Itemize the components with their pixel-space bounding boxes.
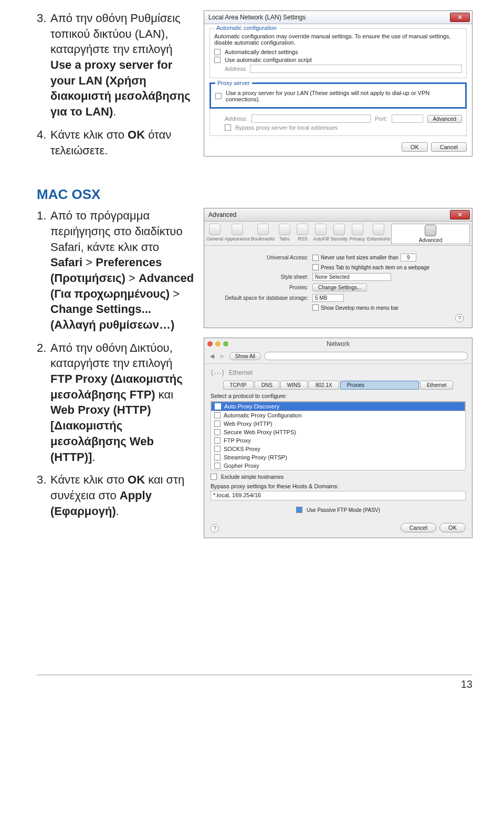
tab-tcpip[interactable]: TCP/IP [223,381,254,390]
protocol-list: Auto Proxy Discovery Automatic Proxy Con… [211,401,466,470]
stylesheet-label: Style sheet: [213,274,312,280]
tab-ethernet[interactable]: Ethernet [420,381,454,390]
proto-web-http[interactable]: Web Proxy (HTTP) [211,419,465,428]
proxy-advanced-button[interactable]: Advanced [427,115,462,123]
proto-auto-config[interactable]: Automatic Proxy Configuration [211,411,465,419]
traffic-close-icon[interactable] [207,341,213,347]
macosx-heading: MAC OSX [37,186,472,203]
network-ok-button[interactable]: OK [439,523,466,532]
pasv-label: Use Passive FTP Mode (PASV) [307,507,380,513]
close-button[interactable]: ✕ [450,13,470,22]
safari-advanced-dialog: Advanced ✕ General Appearance Bookmarks … [204,208,472,328]
auto-detect-checkbox[interactable] [214,49,220,55]
stylesheet-select[interactable]: None Selected [312,273,391,281]
change-settings-button[interactable]: Change Settings... [312,284,367,291]
ethernet-label: Ethernet [229,369,253,376]
instructions-top: 3. Από την οθόνη Ρυθμίσεις τοπικού δικτύ… [37,11,194,165]
step3-number: 3. [37,11,50,120]
autoconf-legend: Automatic configuration [214,25,279,31]
network-dialog: Network ◄ ► Show All ⟨⋯⟩Ethernet TCP/IP … [204,338,472,538]
develop-menu-label: Show Develop menu in menu bar [321,305,398,311]
autoconf-address-input[interactable] [250,65,462,73]
traffic-zoom-icon[interactable] [223,341,228,347]
bypass-hosts-label: Bypass proxy settings for these Hosts & … [211,483,466,489]
lan-title: Local Area Network (LAN) Settings [208,14,306,21]
proxy-port-input[interactable] [392,114,423,123]
m2-number: 2. [37,340,50,465]
nav-back-icon[interactable]: ◄ [208,352,216,360]
proxy-address-label: Address: [225,116,247,122]
lan-cancel-button[interactable]: Cancel [431,142,467,152]
nav-fwd-icon[interactable]: ► [219,352,226,360]
pref-tab-extensions[interactable]: Extensions [367,224,390,244]
show-all-button[interactable]: Show All [229,352,261,360]
pref-tab-general[interactable]: General [206,224,224,244]
bypass-hosts-input[interactable]: *.local, 169.254/16 [211,491,466,500]
ua-font-checkbox[interactable] [312,255,319,261]
auto-script-checkbox[interactable] [214,57,220,63]
protocol-label: Select a protocol to configure: [211,393,466,399]
lan-settings-dialog: Local Area Network (LAN) Settings ✕ Auto… [204,11,472,156]
network-cancel-button[interactable]: Cancel [401,523,436,532]
step3-text-b: . [113,105,116,118]
tab-8021x[interactable]: 802.1X [309,381,339,390]
proto-gopher[interactable]: Gopher Proxy [211,462,465,470]
db-label: Default space for database storage: [213,295,312,301]
ua-font-size[interactable]: 9 [401,254,416,261]
pasv-checkbox[interactable] [296,507,302,513]
pref-tab-bookmarks[interactable]: Bookmarks [251,224,275,244]
pref-tab-tabs[interactable]: Tabs [276,224,293,244]
tab-wins[interactable]: WINS [280,381,308,390]
press-tab-checkbox[interactable] [312,264,319,270]
use-proxy-checkbox[interactable] [215,93,222,99]
proto-rtsp[interactable]: Streaming Proxy (RTSP) [211,453,465,462]
m1-e: > [173,287,180,300]
safari-pref-toolbar: General Appearance Bookmarks Tabs RSS Au… [204,222,472,246]
traffic-min-icon[interactable] [215,341,220,347]
tab-proxies[interactable]: Proxies [340,381,419,390]
pref-tab-autofill[interactable]: AutoFill [312,224,330,244]
ua-font-label: Never use font sizes smaller than [321,255,398,260]
proto-https[interactable]: Secure Web Proxy (HTTPS) [211,428,465,436]
ethernet-icon: ⟨⋯⟩ [211,368,225,377]
tab-dns[interactable]: DNS [255,381,279,390]
m2-b2: Web Proxy (HTTP) [Διακομιστής μεσολάβηση… [50,403,154,463]
bypass-local-checkbox[interactable] [225,124,231,131]
exclude-simple-checkbox[interactable] [211,474,217,480]
m3-d: . [116,505,119,518]
safari-close-button[interactable]: ✕ [450,210,470,219]
auto-script-label: Use automatic configuration script [225,57,312,63]
proxy-legend: Proxy server [215,80,252,86]
pref-tab-appearance[interactable]: Appearance [225,224,250,244]
help-icon[interactable]: ? [455,314,464,322]
m3-number: 3. [37,472,50,519]
network-help-icon[interactable]: ? [211,524,219,532]
pref-tab-advanced[interactable]: Advanced [391,224,470,244]
lan-ok-button[interactable]: OK [402,142,428,152]
step4-text-a: Κάντε κλικ στο [50,128,128,141]
proto-auto-discovery[interactable]: Auto Proxy Discovery [211,402,465,411]
m1-b4: Change Settings... (Αλλαγή ρυθμίσεων…) [50,302,174,331]
step4-bold: OK [128,128,145,141]
proxy-address-input[interactable] [251,114,371,123]
press-tab-label: Press Tab to highlight each item on a we… [321,265,429,270]
db-size-select[interactable]: 5 MB [312,294,344,302]
m1-number: 1. [37,208,50,333]
m1-b1: Safari [50,256,82,269]
m3-b1: OK [128,473,145,486]
proto-socks[interactable]: SOCKS Proxy [211,445,465,453]
safari-advanced-title: Advanced [208,211,236,218]
auto-detect-label: Automatically detect settings [225,49,298,55]
autoconf-desc: Automatic configuration may override man… [214,33,462,46]
pref-tab-rss[interactable]: RSS [294,224,311,244]
proxy-port-label: Port: [375,116,387,122]
develop-menu-checkbox[interactable] [312,305,319,311]
pref-tab-privacy[interactable]: Privacy [349,224,366,244]
search-input[interactable] [264,352,468,360]
universal-access-label: Universal Access: [213,255,312,260]
m1-c: > [86,256,96,269]
pref-tab-security[interactable]: Security [331,224,348,244]
m2-c: και [159,388,173,401]
m1-a: Από το πρόγραμμα περιήγησης στο διαδίκτυ… [50,209,183,253]
proto-ftp[interactable]: FTP Proxy [211,436,465,445]
